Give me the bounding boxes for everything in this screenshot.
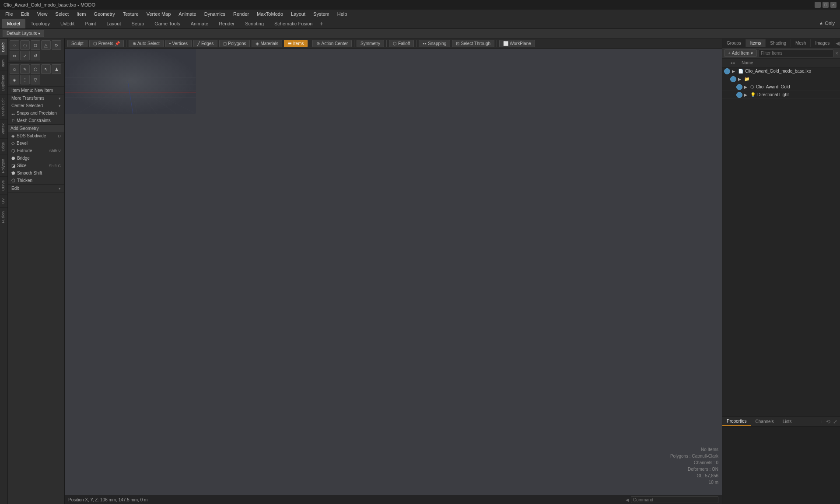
- minimize-button[interactable]: –: [815, 2, 821, 8]
- item-row-light[interactable]: ▶ 💡 Directional Light: [722, 91, 840, 99]
- side-tab-duplicate[interactable]: Duplicate: [0, 71, 7, 95]
- item-visibility-clio[interactable]: [736, 84, 742, 90]
- snapping-button[interactable]: ⚏ Snapping: [419, 40, 450, 47]
- maximize-button[interactable]: □: [822, 2, 829, 8]
- select-through-button[interactable]: ⊡ Select Through: [452, 40, 494, 47]
- mesh-constraints-button[interactable]: ⚐ Mesh Constraints: [8, 117, 64, 124]
- tab-game-tools[interactable]: Game Tools: [149, 19, 186, 28]
- expand-icon-clio[interactable]: ▶: [744, 85, 749, 89]
- tab-setup[interactable]: Setup: [126, 19, 150, 28]
- item-visibility-subgroup[interactable]: [730, 76, 736, 82]
- triangle2-icon[interactable]: ▽: [31, 75, 40, 84]
- tab-render[interactable]: Render: [214, 19, 240, 28]
- sculpt-button[interactable]: Sculpt: [67, 40, 88, 47]
- item-row-subgroup[interactable]: ▶ 📁: [722, 75, 840, 83]
- thicken-button[interactable]: ⬠ Thicken: [8, 177, 64, 184]
- items-button[interactable]: ☰ Items: [284, 40, 308, 47]
- filter-items-input[interactable]: [759, 49, 833, 57]
- side-tab-uv[interactable]: UV: [0, 194, 7, 207]
- cursor-icon[interactable]: ↖: [41, 64, 51, 74]
- paint-icon[interactable]: ✎: [20, 64, 30, 74]
- right-tab-images[interactable]: Images: [811, 39, 834, 47]
- tab-uvedit[interactable]: UvEdit: [55, 19, 80, 28]
- viewport-canvas[interactable]: ::::::::::::::::::::::::::::::::::::::::…: [65, 48, 722, 495]
- menu-texture[interactable]: Texture: [119, 10, 142, 18]
- expand-icon-root[interactable]: ▶: [732, 69, 736, 74]
- extrude-button[interactable]: ⬡ Extrude Shift V: [8, 147, 64, 154]
- polygons-button[interactable]: ◻ Polygons: [219, 40, 250, 47]
- item-visibility-light[interactable]: [736, 92, 742, 98]
- side-tab-vertex[interactable]: Vertex: [0, 119, 7, 138]
- add-geometry-header[interactable]: Add Geometry: [8, 125, 64, 132]
- bevel-button[interactable]: ◇ Bevel: [8, 140, 64, 147]
- side-tab-polygon[interactable]: Polygon: [0, 155, 7, 177]
- tab-schematic-fusion[interactable]: Schematic Fusion: [269, 19, 318, 28]
- edit-button[interactable]: Edit ▾: [8, 185, 64, 192]
- menu-view[interactable]: View: [34, 10, 51, 18]
- tab-model[interactable]: Model: [2, 19, 25, 28]
- presets-button[interactable]: ⬡ Presets 📌: [89, 40, 124, 47]
- filter-clear-icon[interactable]: ×: [835, 50, 838, 56]
- viewport[interactable]: Perspective | Texture | Ray GL: Off ⟲ ⊕ …: [65, 38, 722, 504]
- person-icon[interactable]: ☺: [10, 64, 19, 74]
- item-row-clio[interactable]: ▶ ⬡ Clio_Award_Gold: [722, 83, 840, 91]
- item-visibility-root[interactable]: [724, 68, 730, 74]
- expand-icon-subgroup[interactable]: ▶: [738, 77, 742, 81]
- side-tab-basic[interactable]: Basic: [0, 38, 7, 56]
- symmetry-button[interactable]: Symmetry: [357, 40, 384, 47]
- items-list[interactable]: ▶ 📄 Clio_Award_Gold_modo_base.lxo ▶ 📁 ▶ …: [722, 67, 840, 416]
- menu-system[interactable]: System: [310, 10, 333, 18]
- menu-file[interactable]: File: [2, 10, 17, 18]
- arrow-left-icon[interactable]: ◀: [626, 497, 629, 502]
- triangle-tool-icon[interactable]: △: [41, 40, 51, 50]
- right-tab-groups[interactable]: Groups: [722, 39, 746, 47]
- item-row-root[interactable]: ▶ 📄 Clio_Award_Gold_modo_base.lxo: [722, 67, 840, 75]
- action-center-button[interactable]: ⊛ Action Center: [312, 40, 352, 47]
- right-tab-shading[interactable]: Shading: [766, 39, 791, 47]
- center-selected-button[interactable]: Center Selected ▾: [8, 102, 64, 109]
- side-tab-fusion[interactable]: Fusion: [0, 207, 7, 227]
- right-tab-mesh[interactable]: Mesh: [791, 39, 811, 47]
- side-tab-edge[interactable]: Edge: [0, 138, 7, 155]
- bridge-button[interactable]: ⬣ Bridge: [8, 154, 64, 162]
- close-button[interactable]: ×: [830, 2, 836, 8]
- node-icon[interactable]: ◈: [10, 75, 19, 84]
- lasso-select-icon[interactable]: ◌: [20, 40, 30, 50]
- prop-tab-lists[interactable]: Lists: [778, 418, 796, 425]
- menu-layout[interactable]: Layout: [287, 10, 309, 18]
- menu-maxtomodo[interactable]: MaxToModo: [253, 10, 287, 18]
- more-transforms-button[interactable]: More Transforms ▾: [8, 94, 64, 102]
- menu-animate[interactable]: Animate: [175, 10, 200, 18]
- prop-tab-add-icon[interactable]: +: [817, 419, 825, 424]
- item-menu-button[interactable]: Item Menu: New Item: [8, 87, 64, 94]
- snaps-precision-button[interactable]: ⚏ Snaps and Precision: [8, 109, 64, 117]
- slice-button[interactable]: ◪ Slice Shift-C: [8, 162, 64, 169]
- sds-subdivide-button[interactable]: ◈ SDS Subdivide D: [8, 132, 64, 140]
- auto-select-button[interactable]: ⊕ Auto Select: [129, 40, 164, 47]
- prop-expand-icon[interactable]: ⟲: [825, 419, 831, 425]
- expand-icon-light[interactable]: ▶: [744, 93, 749, 97]
- materials-button[interactable]: ◈ Materials: [252, 40, 282, 47]
- vertices-button[interactable]: • Vertices: [165, 40, 192, 47]
- tab-paint[interactable]: Paint: [80, 19, 101, 28]
- rotate-icon[interactable]: ↺: [31, 51, 40, 60]
- prop-detach-icon[interactable]: ⤢: [832, 419, 838, 425]
- mesh-icon[interactable]: ⬡: [31, 64, 40, 74]
- menu-render[interactable]: Render: [230, 10, 252, 18]
- tab-scripting[interactable]: Scripting: [240, 19, 269, 28]
- transform-icon[interactable]: ⟳: [52, 40, 61, 50]
- side-tab-curve[interactable]: Curve: [0, 176, 7, 194]
- tab-topology[interactable]: Topology: [25, 19, 55, 28]
- smooth-shift-button[interactable]: ⬟ Smooth Shift: [8, 169, 64, 177]
- menu-help[interactable]: Help: [334, 10, 351, 18]
- right-tab-prev-icon[interactable]: ◀: [834, 40, 840, 46]
- menu-geometry[interactable]: Geometry: [90, 10, 118, 18]
- rect-select-icon[interactable]: □: [31, 40, 40, 50]
- scale-icon[interactable]: ⤢: [20, 51, 30, 60]
- move-icon[interactable]: ⇔: [10, 51, 19, 60]
- grid-icon[interactable]: ⋮: [20, 75, 30, 84]
- circle-select-icon[interactable]: ○: [10, 40, 19, 50]
- tab-add-button[interactable]: +: [318, 20, 325, 27]
- command-input[interactable]: [631, 496, 718, 503]
- menu-item[interactable]: Item: [73, 10, 89, 18]
